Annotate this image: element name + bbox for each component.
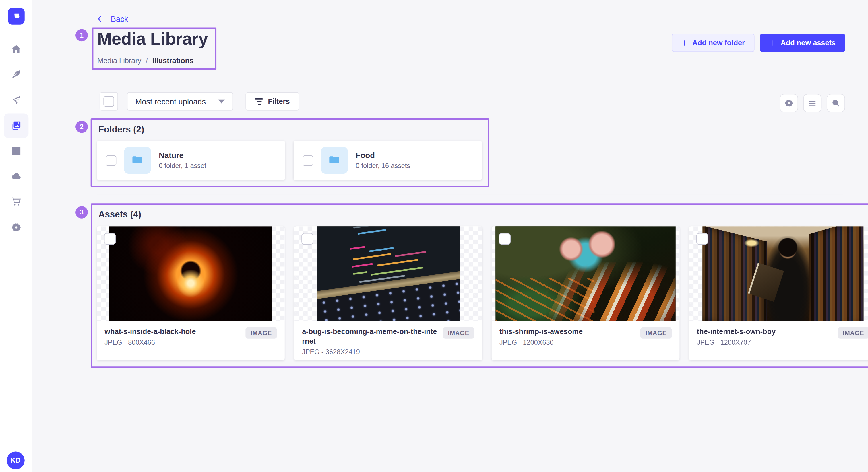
media-library-icon	[11, 120, 22, 131]
breadcrumb-current: Illustrations	[152, 57, 194, 65]
tour-step-1-badge: 1	[75, 29, 88, 41]
asset-text: the-internet-s-own-boy JPEG - 1200X707	[697, 328, 832, 346]
filters-button[interactable]: Filters	[246, 92, 299, 111]
breadcrumb: Media Library / Illustrations	[97, 57, 193, 65]
asset-type-badge: IMAGE	[245, 328, 277, 339]
asset-checkbox[interactable]	[499, 233, 510, 245]
asset-card-black-hole[interactable]: what-s-inside-a-black-hole JPEG - 800X46…	[97, 226, 285, 361]
asset-card-internets-own-boy[interactable]: the-internet-s-own-boy JPEG - 1200X707 I…	[689, 226, 868, 361]
chevron-down-icon	[218, 100, 225, 103]
laptop-code-image	[317, 226, 460, 321]
asset-text: a-bug-is-becoming-a-meme-on-the-internet…	[302, 328, 437, 356]
asset-footer: the-internet-s-own-boy JPEG - 1200X707 I…	[689, 321, 868, 346]
breadcrumb-root[interactable]: Media Library	[97, 57, 141, 65]
list-icon	[808, 98, 817, 108]
configure-view-button[interactable]	[780, 94, 798, 112]
folder-tile	[321, 147, 348, 174]
arrow-left-icon	[97, 14, 105, 24]
asset-meta: JPEG - 800X466	[104, 339, 240, 346]
asset-footer: this-shrimp-is-awesome JPEG - 1200X630 I…	[492, 321, 680, 346]
tour-step-2-badge: 2	[75, 121, 88, 133]
asset-meta: JPEG - 1200X630	[499, 339, 634, 346]
folder-info: Food 0 folder, 16 assets	[355, 150, 410, 171]
paper-plane-icon	[11, 94, 22, 105]
asset-checkbox[interactable]	[301, 233, 313, 245]
asset-checkbox[interactable]	[696, 233, 708, 245]
back-label: Back	[111, 14, 128, 24]
asset-type-badge: IMAGE	[838, 328, 868, 339]
folder-name: Food	[355, 150, 410, 162]
asset-type-badge: IMAGE	[640, 328, 672, 339]
asset-footer: what-s-inside-a-black-hole JPEG - 800X46…	[97, 321, 285, 346]
folder-meta: 0 folder, 16 assets	[355, 162, 410, 171]
sidebar-item-content-type-builder[interactable]	[4, 62, 29, 87]
folder-icon	[328, 154, 341, 167]
asset-title: a-bug-is-becoming-a-meme-on-the-internet	[302, 328, 437, 346]
header-actions: Add new folder Add new assets	[672, 34, 845, 52]
toolbar: Most recent uploads Filters	[100, 92, 299, 111]
feather-icon	[11, 69, 22, 80]
mantis-shrimp-image	[495, 226, 675, 321]
folder-card-nature[interactable]: Nature 0 folder, 1 asset	[97, 141, 285, 180]
sidebar-divider	[0, 32, 32, 32]
search-button[interactable]	[827, 94, 845, 112]
sidebar-item-media-library[interactable]	[4, 113, 29, 138]
folder-info: Nature 0 folder, 1 asset	[159, 150, 206, 171]
strapi-logo[interactable]	[8, 8, 24, 24]
asset-title: this-shrimp-is-awesome	[499, 328, 634, 337]
filters-label: Filters	[268, 97, 290, 105]
home-icon	[11, 43, 22, 55]
sidebar-item-deploy[interactable]	[4, 164, 29, 189]
select-all-wrapper	[100, 92, 118, 111]
add-folder-label: Add new folder	[692, 38, 745, 47]
plus-icon	[770, 39, 776, 46]
asset-card-shrimp[interactable]: this-shrimp-is-awesome JPEG - 1200X630 I…	[492, 226, 680, 361]
asset-thumbnail	[492, 226, 680, 321]
cloud-icon	[11, 170, 22, 181]
folder-card-food[interactable]: Food 0 folder, 16 assets	[293, 141, 482, 180]
folder-name: Nature	[159, 150, 206, 162]
asset-checkbox[interactable]	[104, 233, 116, 245]
sidebar-item-content-manager[interactable]	[4, 138, 29, 163]
list-view-button[interactable]	[803, 94, 822, 112]
asset-type-badge: IMAGE	[443, 328, 474, 339]
add-new-folder-button[interactable]: Add new folder	[672, 34, 754, 52]
cart-icon	[11, 196, 22, 207]
sidebar-item-home[interactable]	[4, 37, 29, 62]
gear-icon	[11, 222, 22, 233]
asset-meta: JPEG - 1200X707	[697, 339, 832, 346]
asset-title: the-internet-s-own-boy	[697, 328, 832, 337]
cog-icon	[784, 98, 794, 108]
asset-text: this-shrimp-is-awesome JPEG - 1200X630	[499, 328, 634, 346]
folder-checkbox[interactable]	[303, 155, 313, 166]
select-all-checkbox[interactable]	[103, 96, 114, 107]
sort-dropdown[interactable]: Most recent uploads	[127, 92, 233, 111]
sort-value: Most recent uploads	[135, 97, 206, 106]
user-avatar[interactable]: KD	[7, 451, 24, 469]
asset-meta: JPEG - 3628X2419	[302, 348, 437, 356]
asset-thumbnail	[97, 226, 285, 321]
library-portrait-image	[702, 226, 863, 321]
add-new-assets-button[interactable]: Add new assets	[760, 34, 845, 52]
strapi-logo-icon	[11, 11, 21, 21]
folder-checkbox[interactable]	[105, 155, 116, 166]
sidebar: KD	[0, 0, 32, 472]
folder-icon	[131, 154, 144, 167]
sidebar-item-marketplace[interactable]	[4, 190, 29, 214]
back-link[interactable]: Back	[97, 14, 128, 24]
main-content: Back 1 Media Library Media Library / Ill…	[32, 0, 868, 472]
sidebar-item-settings[interactable]	[4, 215, 29, 240]
breadcrumb-separator: /	[146, 57, 148, 65]
assets-heading: Assets (4)	[98, 210, 141, 220]
sidebar-item-releases[interactable]	[4, 88, 29, 112]
asset-card-bug-meme[interactable]: a-bug-is-becoming-a-meme-on-the-internet…	[294, 226, 482, 361]
black-hole-image	[109, 226, 272, 321]
search-icon	[831, 98, 840, 108]
asset-thumbnail	[294, 226, 482, 321]
view-controls	[780, 94, 845, 112]
section-divider	[97, 194, 843, 194]
asset-text: what-s-inside-a-black-hole JPEG - 800X46…	[104, 328, 240, 346]
layout-icon	[11, 145, 22, 157]
filter-icon	[255, 98, 263, 105]
add-assets-label: Add new assets	[781, 38, 836, 47]
